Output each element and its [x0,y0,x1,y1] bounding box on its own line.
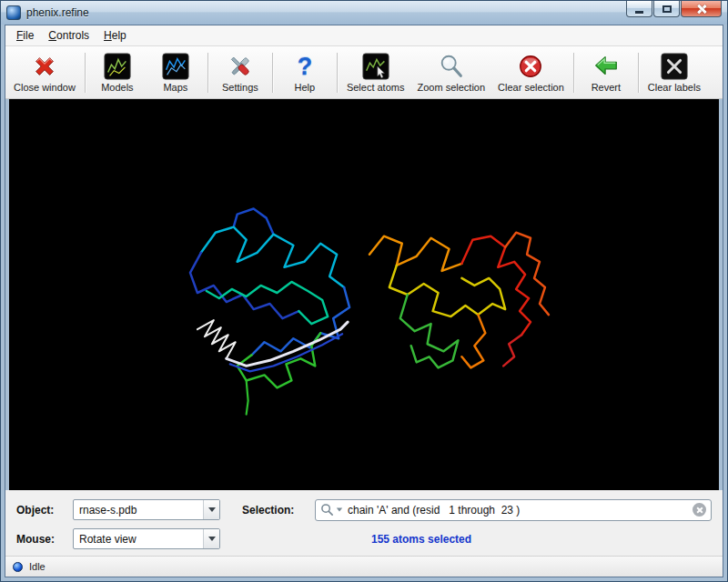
toolbar-button-select-atoms[interactable]: Select atoms [340,49,411,96]
window-content: File Controls Help Close window [5,25,723,577]
object-label: Object: [16,504,73,517]
window-title: phenix.refine [26,6,89,19]
toolbar-button-revert[interactable]: Revert [577,49,635,96]
toolbar-label: Select atoms [347,82,405,93]
minimize-button[interactable] [626,1,652,17]
object-value: rnase-s.pdb [74,504,203,517]
clear-input-icon[interactable] [693,503,706,517]
toolbar-label: Settings [222,82,258,93]
models-icon [103,52,132,81]
app-window: phenix.refine File Controls Help Cl [0,0,728,582]
toolbar-button-clear-selection[interactable]: Clear selection [491,49,571,96]
statusbar: Idle [5,556,723,577]
status-led-icon [13,562,23,572]
maximize-icon [662,5,672,13]
toolbar-label: Clear labels [648,82,701,93]
search-icon[interactable] [320,503,343,517]
help-icon: ? [290,52,319,81]
menubar: File Controls Help [5,25,723,46]
maximize-button[interactable] [653,1,680,17]
mouse-mode-dropdown[interactable]: Rotate view [73,528,220,549]
toolbar-label: Help [295,82,316,93]
select-atoms-icon [361,52,390,81]
toolbar-separator [272,53,273,93]
clear-labels-icon [660,52,689,81]
atoms-selected-text: 155 atoms selected [371,533,471,546]
mouse-label: Mouse: [16,533,73,546]
menu-controls[interactable]: Controls [41,26,96,45]
toolbar-button-maps[interactable]: Maps [147,49,205,96]
toolbar-button-models[interactable]: Models [88,49,147,96]
app-icon [6,5,21,20]
toolbar-label: Close window [14,82,76,93]
selection-input[interactable]: chain 'A' and (resid 1 through 23 ) [315,499,712,521]
close-button[interactable] [681,1,722,17]
object-dropdown[interactable]: rnase-s.pdb [73,499,220,520]
selection-label: Selection: [242,504,315,517]
toolbar-separator [207,53,208,93]
maps-icon [161,52,190,81]
toolbar-separator [85,53,86,93]
molecule-render [9,99,719,490]
toolbar-button-clear-labels[interactable]: Clear labels [642,49,707,96]
toolbar: Close window Models [5,46,723,99]
clear-selection-icon [516,52,545,81]
mouse-mode-value: Rotate view [74,533,203,546]
close-window-icon [30,52,59,81]
toolbar-separator [337,53,338,93]
dropdown-arrow-icon [203,500,219,519]
controls-panel: Object: rnase-s.pdb Selection: chain 'A'… [5,490,723,556]
settings-icon [226,52,255,81]
toolbar-label: Clear selection [498,82,564,93]
toolbar-label: Models [101,82,133,93]
molecule-viewport[interactable] [5,99,723,490]
toolbar-button-close-window[interactable]: Close window [7,49,82,96]
minimize-icon [635,11,643,14]
zoom-selection-icon [437,52,466,81]
dropdown-arrow-icon [203,529,219,548]
window-controls [625,1,722,17]
titlebar: phenix.refine [1,1,727,25]
revert-icon [592,52,621,81]
toolbar-label: Revert [592,82,621,93]
object-row: Object: rnase-s.pdb Selection: chain 'A'… [16,498,712,521]
menu-help[interactable]: Help [96,26,134,45]
toolbar-separator [573,53,574,93]
status-text: Idle [29,561,46,572]
mouse-row: Mouse: Rotate view 155 atoms selected [16,527,712,550]
selection-value: chain 'A' and (resid 1 through 23 ) [348,504,693,517]
toolbar-label: Maps [163,82,187,93]
toolbar-button-settings[interactable]: Settings [211,49,269,96]
toolbar-button-help[interactable]: ? Help [276,49,334,96]
toolbar-label: Zoom selection [417,82,485,93]
menu-file[interactable]: File [9,26,41,45]
toolbar-separator [638,53,639,93]
toolbar-button-zoom-selection[interactable]: Zoom selection [410,49,491,96]
close-icon [696,4,707,15]
